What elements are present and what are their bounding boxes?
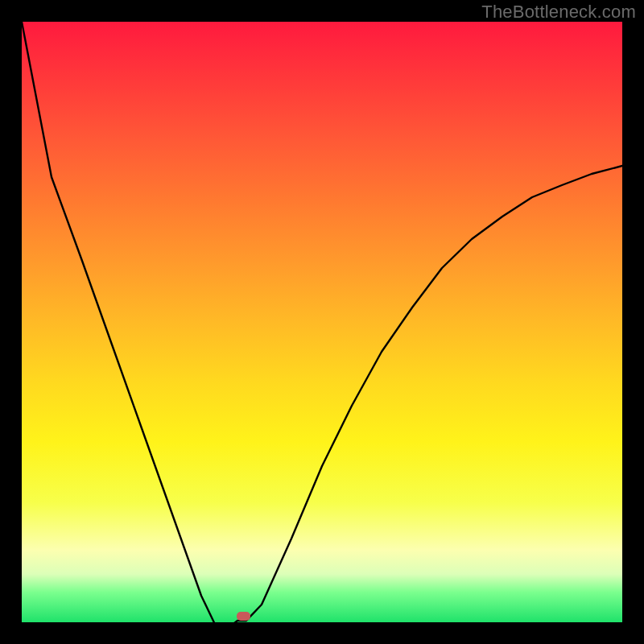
watermark-text: TheBottleneck.com <box>481 2 636 23</box>
chart-frame: TheBottleneck.com <box>0 0 644 644</box>
curve-path <box>22 22 622 622</box>
minimum-marker <box>237 612 250 621</box>
plot-area <box>22 22 622 622</box>
bottleneck-curve <box>22 22 622 622</box>
